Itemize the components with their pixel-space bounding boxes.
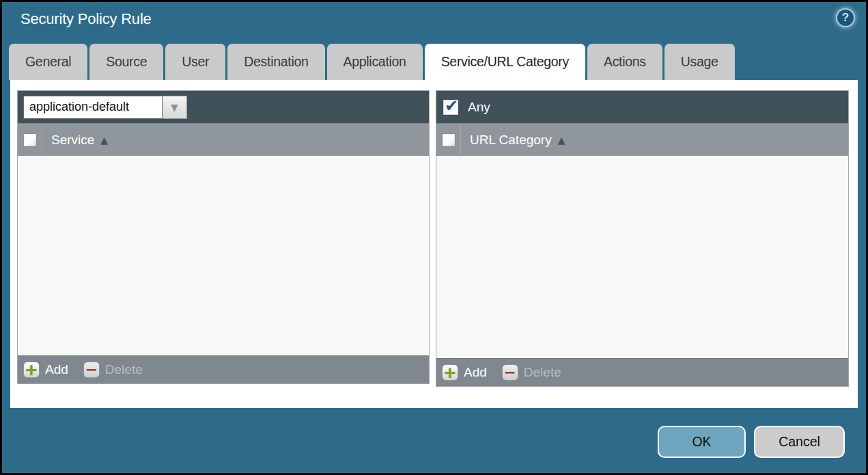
service-add-label: Add — [45, 362, 68, 377]
url-category-list-body — [436, 156, 848, 358]
any-checkbox[interactable]: ✔ — [443, 100, 458, 115]
service-type-input[interactable] — [23, 96, 163, 119]
tab-destination[interactable]: Destination — [227, 44, 324, 80]
url-category-add-label: Add — [464, 365, 487, 380]
url-category-column-header: URL Category ▲ — [436, 123, 848, 156]
add-icon: + — [443, 366, 456, 379]
delete-icon: − — [504, 367, 516, 378]
url-category-add-button[interactable]: + Add — [442, 364, 487, 381]
url-category-delete-button[interactable]: − Delete — [502, 364, 561, 381]
service-panel-header: ▼ — [18, 91, 429, 123]
ok-button[interactable]: OK — [658, 426, 746, 458]
url-category-column-label-cell[interactable]: URL Category ▲ — [460, 124, 848, 156]
chevron-down-icon: ▼ — [171, 102, 178, 113]
service-column-label: Service — [51, 133, 94, 148]
tab-service-url-category[interactable]: Service/URL Category — [425, 44, 585, 80]
url-category-column-label: URL Category — [470, 133, 552, 148]
security-policy-rule-dialog: Security Policy Rule ? General Source Us… — [0, 0, 868, 475]
service-delete-button[interactable]: − Delete — [83, 362, 143, 378]
delete-icon: − — [85, 364, 98, 375]
tab-usage[interactable]: Usage — [664, 44, 735, 80]
url-category-panel: ✔ Any URL Category ▲ + Add − Delete — [436, 90, 849, 387]
tab-application[interactable]: Application — [327, 44, 423, 80]
service-type-dropdown-button[interactable]: ▼ — [163, 96, 187, 119]
service-column-header: Service ▲ — [18, 123, 429, 156]
service-delete-label: Delete — [105, 362, 143, 377]
url-category-panel-header: ✔ Any — [436, 91, 848, 123]
checkmark-icon: ✔ — [445, 96, 458, 116]
tab-user[interactable]: User — [165, 44, 225, 80]
add-icon: + — [25, 364, 38, 376]
service-panel: ▼ Service ▲ + Add − Delete — [17, 90, 430, 384]
url-category-delete-label: Delete — [524, 365, 561, 380]
service-add-button[interactable]: + Add — [23, 362, 68, 378]
cancel-button[interactable]: Cancel — [754, 426, 845, 458]
dialog-title: Security Policy Rule — [20, 10, 152, 28]
service-list-body — [18, 156, 429, 355]
tab-actions[interactable]: Actions — [587, 44, 662, 80]
help-icon[interactable]: ? — [836, 8, 855, 27]
service-column-label-cell[interactable]: Service ▲ — [42, 124, 429, 156]
url-category-panel-footer: + Add − Delete — [436, 358, 848, 386]
sort-ascending-icon: ▲ — [558, 135, 565, 146]
service-panel-footer: + Add − Delete — [18, 355, 429, 383]
service-select-all-checkbox[interactable] — [23, 133, 37, 147]
tab-general[interactable]: General — [9, 44, 87, 80]
sort-ascending-icon: ▲ — [100, 135, 108, 146]
tab-bar: General Source User Destination Applicat… — [9, 44, 735, 80]
url-category-select-all-checkbox[interactable] — [442, 133, 456, 147]
service-type-combobox: ▼ — [23, 96, 187, 119]
tab-source[interactable]: Source — [89, 44, 163, 80]
any-label: Any — [468, 100, 490, 115]
